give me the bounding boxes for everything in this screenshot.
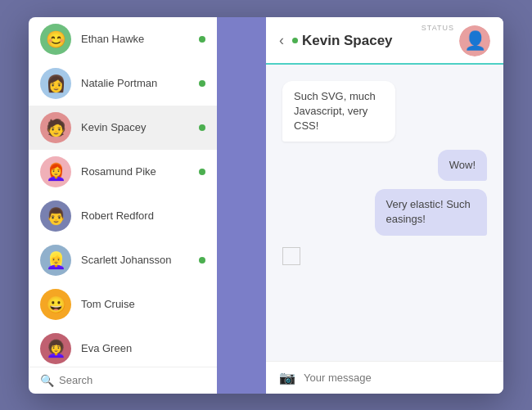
- contact-item-ethan[interactable]: 😊Ethan Hawke: [29, 17, 217, 61]
- contact-item-tom[interactable]: 😀Tom Cruise: [29, 282, 217, 327]
- contact-item-scarlett[interactable]: 👱‍♀️Scarlett Johansson: [29, 238, 217, 282]
- search-icon: 🔍: [40, 374, 54, 387]
- typing-indicator: [282, 247, 300, 265]
- right-panel: ‹ Kevin Spacey STATUS 👤 Such SVG, much J…: [266, 17, 503, 394]
- contact-name-natalie: Natalie Portman: [81, 77, 199, 89]
- contact-item-eva[interactable]: 👩‍🦱Eva Green: [29, 327, 217, 367]
- contact-name-eva: Eva Green: [81, 342, 205, 354]
- search-bar: 🔍: [29, 367, 217, 394]
- contact-name-rosamund: Rosamund Pike: [81, 165, 199, 178]
- avatar-kevin: 🧑: [40, 112, 71, 143]
- camera-icon[interactable]: 📷: [279, 370, 295, 385]
- avatar-eva: 👩‍🦱: [40, 333, 71, 364]
- app-container: 😊Ethan Hawke👩Natalie Portman🧑Kevin Space…: [29, 17, 503, 394]
- header-avatar: 👤: [459, 25, 490, 56]
- chat-contact-name: Kevin Spacey: [302, 33, 459, 49]
- message-bubble-m3: Very elastic! Such easings!: [375, 189, 488, 235]
- chat-header: ‹ Kevin Spacey STATUS 👤: [266, 17, 503, 65]
- online-dot-ethan: [199, 36, 205, 43]
- online-dot-natalie: [199, 80, 205, 87]
- online-dot-scarlett: [199, 257, 205, 264]
- message-input[interactable]: [304, 372, 490, 384]
- contact-name-tom: Tom Cruise: [81, 298, 205, 310]
- online-status-dot: [292, 38, 298, 43]
- avatar-scarlett: 👱‍♀️: [40, 245, 71, 276]
- avatar-robert: 👨: [40, 200, 71, 232]
- contacts-list: 😊Ethan Hawke👩Natalie Portman🧑Kevin Space…: [29, 17, 217, 367]
- contact-item-natalie[interactable]: 👩Natalie Portman: [29, 61, 217, 106]
- chat-input-bar: 📷: [266, 361, 503, 394]
- avatar-ethan: 😊: [40, 24, 71, 55]
- avatar-natalie: 👩: [40, 68, 71, 99]
- avatar-rosamund: 👩‍🦰: [40, 156, 71, 187]
- avatar-tom: 😀: [40, 289, 71, 320]
- contact-name-kevin: Kevin Spacey: [81, 121, 199, 133]
- back-button[interactable]: ‹: [279, 32, 284, 49]
- purple-spacer: [217, 17, 266, 394]
- contact-name-robert: Robert Redford: [81, 210, 205, 222]
- online-dot-kevin: [199, 124, 205, 131]
- messages-area: Such SVG, much Javascript, very CSS!Wow!…: [266, 65, 503, 361]
- online-dot-rosamund: [199, 169, 205, 175]
- contact-name-scarlett: Scarlett Johansson: [81, 254, 199, 266]
- left-panel: 😊Ethan Hawke👩Natalie Portman🧑Kevin Space…: [29, 17, 217, 394]
- contact-item-rosamund[interactable]: 👩‍🦰Rosamund Pike: [29, 150, 217, 194]
- status-label: STATUS: [422, 24, 454, 32]
- contact-item-robert[interactable]: 👨Robert Redford: [29, 194, 217, 238]
- contact-name-ethan: Ethan Hawke: [81, 33, 199, 45]
- message-bubble-m2: Wow!: [438, 150, 487, 181]
- message-bubble-m1: Such SVG, much Javascript, very CSS!: [282, 81, 395, 142]
- search-input[interactable]: [59, 374, 205, 386]
- contact-item-kevin[interactable]: 🧑Kevin Spacey: [29, 106, 217, 150]
